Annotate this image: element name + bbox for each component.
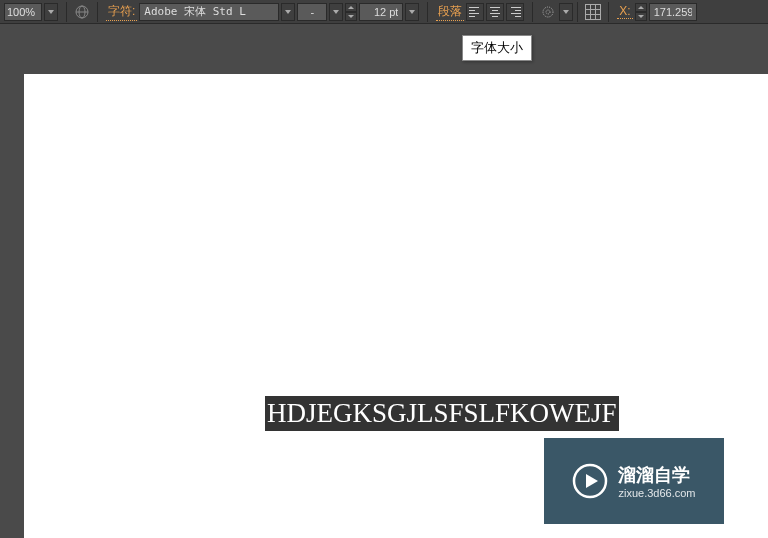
font-style-dropdown[interactable] <box>329 3 343 21</box>
divider <box>577 2 578 22</box>
char-label[interactable]: 字符: <box>106 3 137 21</box>
zoom-input[interactable] <box>4 3 42 21</box>
paragraph-section: 段落 <box>432 0 528 23</box>
toolbar: 字符: 段落 X: <box>0 0 768 24</box>
tooltip-font-size: 字体大小 <box>462 35 532 61</box>
align-right-button[interactable] <box>506 3 524 21</box>
font-family-dropdown[interactable] <box>281 3 295 21</box>
watermark: 溜溜自学 zixue.3d66.com <box>544 438 724 524</box>
font-family-select[interactable] <box>139 3 279 21</box>
stepper-down-icon[interactable] <box>635 12 647 21</box>
stepper-up-icon[interactable] <box>635 3 647 12</box>
watermark-title: 溜溜自学 <box>618 463 695 487</box>
divider <box>97 2 98 22</box>
grid-icon[interactable] <box>582 2 604 22</box>
x-label[interactable]: X: <box>617 4 632 19</box>
svg-point-4 <box>543 7 553 17</box>
align-center-button[interactable] <box>486 3 504 21</box>
svg-marker-6 <box>586 474 598 488</box>
font-size-dropdown[interactable] <box>405 3 419 21</box>
effects-icon[interactable] <box>537 2 559 22</box>
divider <box>532 2 533 22</box>
stepper-up-icon[interactable] <box>345 3 357 12</box>
x-position-input[interactable] <box>649 3 697 21</box>
transform-section: X: <box>613 0 700 23</box>
font-style-select[interactable] <box>297 3 327 21</box>
effects-dropdown[interactable] <box>559 3 573 21</box>
align-left-button[interactable] <box>466 3 484 21</box>
font-size-input[interactable] <box>359 3 403 21</box>
x-stepper[interactable] <box>635 3 647 21</box>
divider <box>608 2 609 22</box>
watermark-text: 溜溜自学 zixue.3d66.com <box>618 463 695 499</box>
divider <box>427 2 428 22</box>
selected-text[interactable]: HDJEGKSGJLSFSLFKOWEJF <box>265 396 619 431</box>
zoom-section <box>0 0 62 23</box>
font-size-stepper[interactable] <box>345 3 357 21</box>
globe-icon[interactable] <box>71 2 93 22</box>
divider <box>66 2 67 22</box>
play-icon <box>572 463 608 499</box>
watermark-sub: zixue.3d66.com <box>618 487 695 499</box>
svg-point-3 <box>546 10 550 14</box>
paragraph-label[interactable]: 段落 <box>436 3 464 21</box>
zoom-dropdown[interactable] <box>44 3 58 21</box>
character-section: 字符: <box>102 0 423 23</box>
stepper-down-icon[interactable] <box>345 12 357 21</box>
